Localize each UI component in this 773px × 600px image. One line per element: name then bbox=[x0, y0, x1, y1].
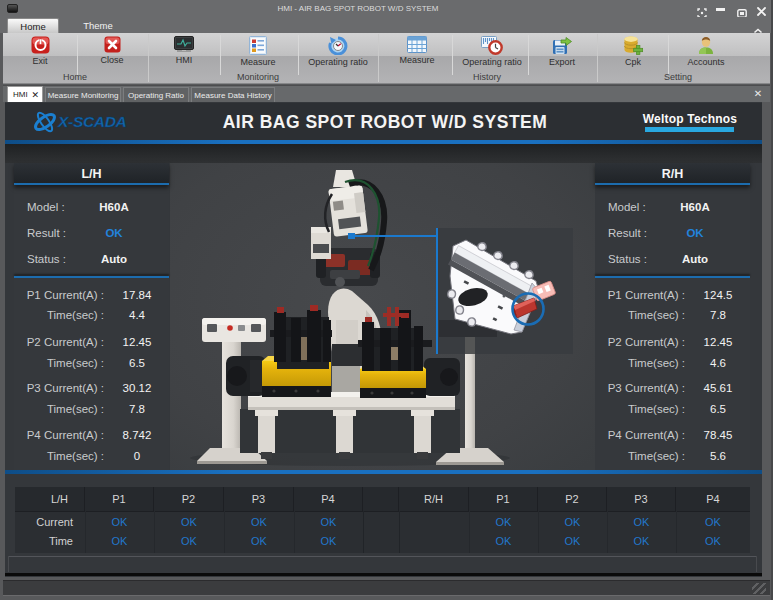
svg-text:X-SCADA: X-SCADA bbox=[57, 113, 127, 130]
